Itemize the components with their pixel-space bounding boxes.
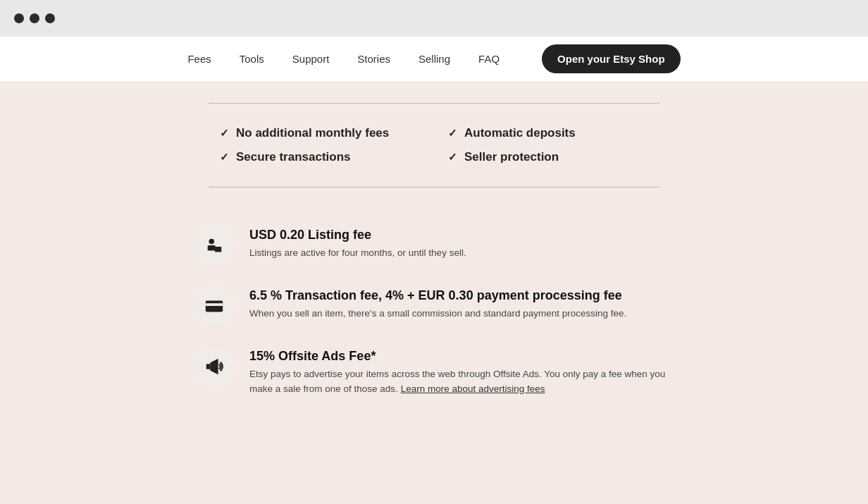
offsite-ads-icon-wrap — [194, 347, 234, 386]
check-icon-seller-protection: ✓ — [448, 151, 457, 164]
check-icon-secure-tx: ✓ — [220, 151, 229, 164]
transaction-icon — [204, 295, 225, 316]
svg-point-0 — [209, 239, 215, 245]
feature-secure-tx-label: Secure transactions — [236, 150, 351, 164]
window-dot-1 — [14, 13, 24, 23]
check-icon-no-fees: ✓ — [220, 127, 229, 140]
listing-fee-item: USD 0.20 Listing fee Listings are active… — [194, 226, 674, 265]
offsite-ads-fee-desc: Etsy pays to advertise your items across… — [249, 367, 674, 396]
offsite-ads-fee-text: 15% Offsite Ads Fee* Etsy pays to advert… — [249, 347, 674, 396]
feature-secure-tx: ✓ Secure transactions — [220, 150, 420, 164]
nav-tools[interactable]: Tools — [240, 53, 264, 65]
nav-faq[interactable]: FAQ — [478, 53, 500, 65]
listing-fee-icon-wrap — [194, 226, 234, 265]
listing-icon — [204, 235, 225, 256]
features-grid: ✓ No additional monthly fees ✓ Automatic… — [209, 121, 659, 170]
features-divider — [209, 187, 659, 188]
advertising-fees-link[interactable]: Learn more about advertising fees — [401, 383, 545, 394]
offsite-ads-fee-title: 15% Offsite Ads Fee* — [249, 348, 674, 364]
transaction-fee-icon-wrap — [194, 286, 234, 326]
transaction-fee-title: 6.5 % Transaction fee, 4% + EUR 0.30 pay… — [249, 288, 674, 304]
offsite-ads-fee-item: 15% Offsite Ads Fee* Etsy pays to advert… — [194, 347, 674, 396]
title-bar — [0, 0, 868, 37]
nav-fees[interactable]: Fees — [187, 53, 211, 65]
window-dot-2 — [30, 13, 39, 23]
feature-auto-deposits: ✓ Automatic deposits — [448, 126, 648, 140]
features-container: ✓ No additional monthly fees ✓ Automatic… — [209, 103, 659, 188]
svg-rect-2 — [208, 245, 216, 251]
transaction-fee-text: 6.5 % Transaction fee, 4% + EUR 0.30 pay… — [249, 286, 674, 321]
ads-icon — [204, 356, 225, 377]
fees-list: USD 0.20 Listing fee Listings are active… — [194, 226, 674, 396]
feature-auto-deposits-label: Automatic deposits — [464, 126, 576, 140]
listing-fee-desc: Listings are active for four months, or … — [249, 246, 674, 260]
transaction-fee-desc: When you sell an item, there's a small c… — [249, 307, 674, 321]
nav-selling[interactable]: Selling — [418, 53, 450, 65]
nav-support[interactable]: Support — [292, 53, 330, 65]
listing-fee-title: USD 0.20 Listing fee — [249, 227, 674, 243]
feature-no-fees: ✓ No additional monthly fees — [220, 126, 420, 140]
svg-rect-4 — [206, 303, 223, 306]
svg-marker-5 — [206, 364, 211, 369]
feature-seller-protection-label: Seller protection — [464, 150, 559, 164]
main-content: ✓ No additional monthly fees ✓ Automatic… — [0, 82, 868, 504]
check-icon-auto-deposits: ✓ — [448, 127, 457, 140]
main-nav: Fees Tools Support Stories Selling FAQ O… — [0, 37, 868, 82]
listing-fee-text: USD 0.20 Listing fee Listings are active… — [249, 226, 674, 261]
feature-no-fees-label: No additional monthly fees — [236, 126, 389, 140]
svg-marker-6 — [210, 359, 218, 375]
svg-rect-3 — [206, 301, 223, 312]
feature-seller-protection: ✓ Seller protection — [448, 150, 648, 164]
window-dot-3 — [45, 13, 55, 23]
nav-stories[interactable]: Stories — [357, 53, 390, 65]
transaction-fee-item: 6.5 % Transaction fee, 4% + EUR 0.30 pay… — [194, 286, 674, 326]
svg-rect-1 — [215, 247, 221, 252]
open-shop-button[interactable]: Open your Etsy Shop — [542, 44, 681, 73]
